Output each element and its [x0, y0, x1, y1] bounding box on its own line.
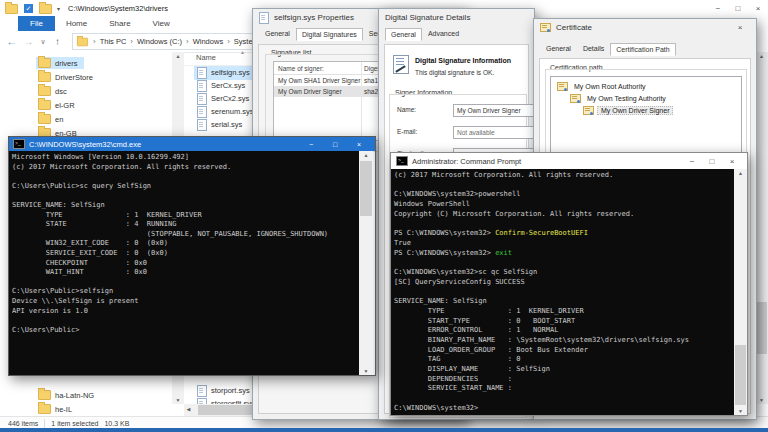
- cmd-icon: [13, 139, 25, 149]
- admin-console[interactable]: (c) 2017 Microsoft Corporation. All righ…: [391, 169, 734, 415]
- explorer-minimize-button[interactable]: −: [708, 4, 728, 13]
- properties-file-icon: [259, 12, 269, 24]
- breadcrumb-segment[interactable]: Windows: [182, 37, 223, 46]
- folder-icon: [38, 58, 51, 68]
- certificate-icon: [540, 23, 551, 32]
- breadcrumb-segment[interactable]: This PC: [89, 37, 126, 46]
- signature-info-heading: Digital Signature Information: [415, 57, 511, 64]
- properties-tab[interactable]: Digital Signatures: [296, 28, 363, 41]
- certificate-close-button[interactable]: ×: [730, 23, 750, 32]
- history-dropdown-icon[interactable]: ∨: [37, 38, 49, 46]
- admin-scrollbar[interactable]: ▲ ▼: [734, 169, 747, 415]
- desktop: ▾ C:\Windows\System32\drivers − □ × File…: [0, 0, 768, 432]
- certificate-tab[interactable]: Details: [577, 42, 610, 55]
- cmd-close-button[interactable]: ×: [347, 141, 371, 148]
- taskbar[interactable]: [0, 428, 768, 432]
- powershell-keyword: exit: [495, 249, 512, 257]
- admin-maximize-button[interactable]: □: [702, 157, 722, 166]
- breadcrumb: This PCWindows (C:)WindowsSystem32: [89, 37, 267, 46]
- forward-icon[interactable]: →: [20, 36, 37, 47]
- cmd-maximize-button[interactable]: □: [323, 141, 347, 148]
- signature-details-tab[interactable]: General: [385, 28, 422, 41]
- address-folder-icon: [77, 37, 88, 46]
- system-file-icon: [197, 106, 207, 118]
- up-icon[interactable]: ↑: [49, 36, 66, 47]
- tree-folder-item[interactable]: en: [0, 112, 172, 126]
- cmd-titlebar[interactable]: C:\WINDOWS\system32\cmd.exe − □ ×: [9, 137, 375, 151]
- folder-icon: [38, 86, 51, 96]
- breadcrumb-segment[interactable]: Windows (C:): [126, 37, 182, 46]
- properties-dialog-title: selfsign.sys Properties: [274, 13, 354, 22]
- certificate-title: Certificate: [556, 23, 592, 32]
- cmd-console-text: Microsoft Windows [Version 10.0.16299.49…: [9, 151, 359, 335]
- cmd-window: C:\WINDOWS\system32\cmd.exe − □ × Micros…: [8, 136, 376, 376]
- system-file-icon: [197, 93, 207, 105]
- tree-folder-item[interactable]: drivers: [0, 56, 172, 70]
- ribbon-tab[interactable]: Home: [55, 19, 98, 28]
- properties-tab[interactable]: General: [259, 27, 296, 40]
- quick-access-check-icon[interactable]: [24, 4, 33, 13]
- certificate-icon: [557, 82, 568, 91]
- cert-tree-item[interactable]: My Own Driver Signer: [551, 104, 741, 116]
- cert-tree-item[interactable]: My Own Root Authority: [551, 80, 741, 92]
- admin-console-text: (c) 2017 Microsoft Corporation. All righ…: [391, 169, 734, 414]
- folder-tree-upper: drivers DriverStore dsc el-GR en en-GB: [0, 56, 172, 140]
- cmd-window-title: C:\WINDOWS\system32\cmd.exe: [29, 140, 141, 149]
- signature-details-title: Digital Signature Details: [385, 13, 470, 22]
- system-file-icon: [197, 67, 207, 79]
- signature-details-titlebar[interactable]: Digital Signature Details: [379, 9, 534, 26]
- cmd-icon: [396, 156, 408, 166]
- ribbon-file-tab[interactable]: File: [18, 16, 55, 31]
- qat-dropdown-icon[interactable]: ▾: [57, 5, 60, 12]
- cert-tree-items: My Own Root Authority My Own Testing Aut…: [551, 77, 741, 116]
- folder-icon: [38, 404, 51, 414]
- tree-folder-item[interactable]: el-GR: [0, 98, 172, 112]
- signature-details-tab[interactable]: Advanced: [422, 27, 465, 40]
- admin-cmd-window: Administrator: Command Prompt − □ × (c) …: [390, 152, 748, 416]
- explorer-window-title: C:\Windows\System32\drivers: [68, 4, 168, 13]
- folder-tree-lower: ha-Latn-NG he-IL: [0, 388, 172, 416]
- certificate-icon: [583, 106, 594, 115]
- folder-icon: [38, 390, 51, 400]
- folder-icon: [38, 72, 51, 82]
- system-file-icon: [197, 80, 207, 92]
- status-item-count: 446 items: [8, 420, 38, 427]
- certificate-tabs: GeneralDetailsCertification Path: [534, 41, 756, 55]
- cmd-scrollbar[interactable]: ▲ ▼: [359, 151, 373, 375]
- status-selected: 1 item selected: [51, 420, 98, 427]
- signature-ok-text: This digital signature is OK.: [415, 69, 494, 76]
- admin-close-button[interactable]: ×: [722, 157, 742, 166]
- admin-minimize-button[interactable]: −: [682, 157, 702, 166]
- signature-details-tabs: GeneralAdvanced: [379, 26, 534, 40]
- tree-folder-item[interactable]: ha-Latn-NG: [0, 388, 172, 402]
- admin-cmd-title: Administrator: Command Prompt: [412, 157, 521, 166]
- system-file-icon: [197, 119, 207, 131]
- back-icon[interactable]: ←: [3, 36, 20, 47]
- certificate-icon: [570, 94, 581, 103]
- certificate-tab[interactable]: General: [540, 42, 577, 55]
- tree-folder-item[interactable]: he-IL: [0, 402, 172, 416]
- sort-asc-icon: ▲: [240, 49, 245, 55]
- certificate-tab[interactable]: Certification Path: [610, 43, 675, 56]
- explorer-close-button[interactable]: ×: [748, 4, 768, 13]
- powershell-command: Confirm-SecureBootUEFI: [495, 229, 588, 237]
- explorer-maximize-button[interactable]: □: [728, 4, 748, 13]
- quick-access-folder-icon[interactable]: [39, 4, 52, 14]
- cert-tree-item[interactable]: My Own Testing Authority: [551, 92, 741, 104]
- tree-folder-item[interactable]: dsc: [0, 84, 172, 98]
- signature-icon: [393, 55, 409, 74]
- certificate-titlebar[interactable]: Certificate ×: [534, 19, 756, 36]
- folder-icon: [38, 114, 51, 124]
- ribbon-tab[interactable]: View: [142, 19, 181, 28]
- cmd-minimize-button[interactable]: −: [299, 141, 323, 148]
- ribbon-tab[interactable]: Share: [98, 19, 141, 28]
- admin-cmd-titlebar[interactable]: Administrator: Command Prompt − □ ×: [391, 153, 747, 170]
- tree-folder-item[interactable]: DriverStore: [0, 70, 172, 84]
- status-size: 10.3 KB: [104, 420, 129, 427]
- folder-icon: [38, 100, 51, 110]
- system-file-icon: [197, 385, 207, 397]
- explorer-app-icon: [5, 4, 18, 14]
- cmd-console[interactable]: Microsoft Windows [Version 10.0.16299.49…: [9, 151, 359, 375]
- ribbon-tabs: HomeShareView: [55, 19, 181, 28]
